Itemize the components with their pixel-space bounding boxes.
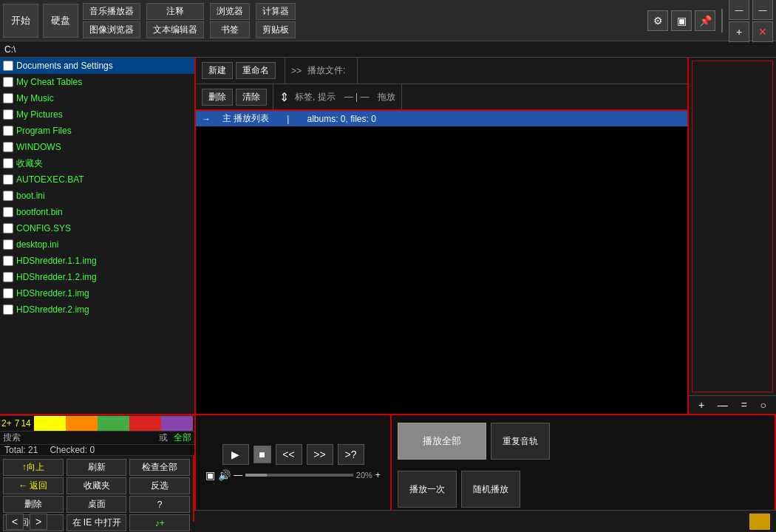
mini-minus-button[interactable]: — <box>718 399 728 411</box>
file-item[interactable]: boot.ini <box>0 188 194 204</box>
file-checkbox[interactable] <box>3 93 13 103</box>
prev-button[interactable]: << <box>276 444 302 465</box>
file-checkbox[interactable] <box>3 191 13 201</box>
file-item[interactable]: My Music <box>0 90 194 106</box>
file-item[interactable]: HDShredder.1.img <box>0 285 194 301</box>
file-item[interactable]: HDShredder.1.1.img <box>0 253 194 269</box>
favorites-button[interactable]: 收藏夹 <box>67 477 127 494</box>
music-add-button[interactable]: ♪+ <box>129 514 190 531</box>
file-list[interactable]: Documents and SettingsMy Cheat TablesMy … <box>0 58 194 414</box>
playlist-area[interactable]: → 主 播放列表 | albums: 0, files: 0 <box>196 111 687 414</box>
file-checkbox[interactable] <box>3 256 13 266</box>
search-all-button[interactable]: 全部 <box>174 432 191 444</box>
file-checkbox[interactable] <box>3 61 13 71</box>
desktop-button[interactable]: 桌面 <box>67 496 127 513</box>
invert-button[interactable]: 反选 <box>129 477 190 494</box>
settings-button[interactable]: ⚙ <box>647 10 668 31</box>
file-item[interactable]: Program Files <box>0 123 194 139</box>
back-button[interactable]: ← 返回 <box>3 477 64 494</box>
playlist-meta: albums: 0, files: 0 <box>307 114 375 124</box>
open-ie-button[interactable]: 在 IE 中打开 <box>67 514 127 531</box>
delete-button[interactable]: 删除 <box>202 89 233 106</box>
unknown-button[interactable]: >? <box>338 444 364 465</box>
minus-btn-top[interactable]: — <box>752 0 773 20</box>
menu-group-2: 注释 文本编辑器 <box>146 3 204 38</box>
right-panel: 新建 重命名 >> 播放文件: 删除 清除 ⇕ 标签, 提示 — | — 拖放 <box>196 58 687 414</box>
file-checkbox[interactable] <box>3 109 13 120</box>
main-content: Documents and SettingsMy Cheat TablesMy … <box>0 58 776 414</box>
file-item[interactable]: My Pictures <box>0 106 194 123</box>
file-item[interactable]: HDShredder.2.img <box>0 301 194 318</box>
menu-image-browser[interactable]: 图像浏览器 <box>83 21 140 38</box>
file-item[interactable]: My Cheat Tables <box>0 74 194 90</box>
file-item[interactable]: AUTOEXEC.BAT <box>0 171 194 188</box>
file-checkbox[interactable] <box>3 207 13 217</box>
menu-music-player[interactable]: 音乐播放器 <box>83 3 140 20</box>
menu-browser[interactable]: 浏览器 <box>210 3 250 20</box>
next-button[interactable]: >> <box>307 444 333 465</box>
menu-text-editor[interactable]: 文本编辑器 <box>146 21 204 38</box>
file-checkbox[interactable] <box>3 304 13 315</box>
nav-prev-button[interactable]: < <box>6 514 24 530</box>
checked-label: Checked: 0 <box>50 445 95 455</box>
play-controls-row: 播放全部 重复音轨 <box>392 415 775 467</box>
file-checkbox[interactable] <box>3 272 13 282</box>
check-all-button[interactable]: 检查全部 <box>129 459 190 476</box>
file-checkbox[interactable] <box>3 223 13 233</box>
plus-button[interactable]: + <box>729 21 749 42</box>
file-item[interactable]: CONFIG.SYS <box>0 220 194 236</box>
toolbar-section-2: >> 播放文件: <box>285 58 358 83</box>
delete-file-button[interactable]: 删除 <box>3 496 64 513</box>
menu-notes[interactable]: 注释 <box>146 3 204 20</box>
file-checkbox[interactable] <box>3 239 13 250</box>
menu-clipboard[interactable]: 剪贴板 <box>256 21 296 38</box>
up-button[interactable]: ↑向上 <box>3 459 64 476</box>
file-checkbox[interactable] <box>3 288 13 299</box>
question-button[interactable]: ? <box>129 496 190 513</box>
file-checkbox[interactable] <box>3 142 13 152</box>
file-checkbox[interactable] <box>3 174 13 185</box>
mini-add-button[interactable]: + <box>698 399 704 411</box>
clear-button[interactable]: 清除 <box>236 89 267 106</box>
vol-plus-button[interactable]: + <box>375 470 381 480</box>
stop-button[interactable]: ■ <box>253 446 271 463</box>
window-controls: ⚙ ▣ 📌 — + — ✕ <box>647 0 773 42</box>
tags-label: 标签, 提示 <box>295 91 336 103</box>
file-checkbox[interactable] <box>3 126 13 136</box>
vol-minus-button[interactable]: — <box>234 470 242 480</box>
minimize-button[interactable]: — <box>729 0 749 20</box>
random-play-button[interactable]: 随机播放 <box>461 471 520 508</box>
pin-button[interactable]: 📌 <box>695 10 715 31</box>
file-item[interactable]: WINDOWS <box>0 139 194 155</box>
file-name-label: HDShredder.1.2.img <box>16 272 97 282</box>
new-button[interactable]: 新建 <box>202 62 233 79</box>
file-item[interactable]: 收藏夹 <box>0 155 194 171</box>
close-button[interactable]: ✕ <box>752 21 773 42</box>
window-button[interactable]: ▣ <box>671 10 692 31</box>
repeat-track-button[interactable]: 重复音轨 <box>491 423 550 460</box>
play-once-button[interactable]: 播放一次 <box>398 471 457 508</box>
play-all-button[interactable]: 播放全部 <box>398 423 486 460</box>
nav-next-button[interactable]: > <box>30 514 47 530</box>
file-name-label: 收藏夹 <box>16 157 43 170</box>
mini-equals-button[interactable]: = <box>741 399 747 411</box>
file-item[interactable]: HDShredder.1.2.img <box>0 269 194 285</box>
menu-bookmark[interactable]: 书签 <box>210 21 250 38</box>
disk-button[interactable]: 硬盘 <box>43 4 78 38</box>
volume-slider[interactable] <box>245 474 353 477</box>
menu-group-4: 计算器 剪贴板 <box>256 3 296 38</box>
file-item[interactable]: Documents and Settings <box>0 58 194 74</box>
refresh-button[interactable]: 刷新 <box>67 459 127 476</box>
mini-circle-button[interactable]: ○ <box>760 399 766 411</box>
file-checkbox[interactable] <box>3 77 13 87</box>
play-button[interactable]: ▶ <box>222 444 249 465</box>
left-bottom: 2+ 7 14 搜索 或 全部 Total: 21 Checked: 0 ↑向上… <box>0 415 196 510</box>
rename-button[interactable]: 重命名 <box>236 62 276 79</box>
file-checkbox[interactable] <box>3 158 13 168</box>
toolbar2-section-1: 删除 清除 <box>196 84 273 109</box>
start-button[interactable]: 开始 <box>3 4 38 38</box>
file-item[interactable]: desktop.ini <box>0 236 194 253</box>
file-item[interactable]: bootfont.bin <box>0 204 194 220</box>
action-bar: ↑向上 刷新 检查全部 ← 返回 收藏夹 反选 删除 桌面 ? 回收站 在 IE… <box>0 455 194 522</box>
menu-calculator[interactable]: 计算器 <box>256 3 296 20</box>
